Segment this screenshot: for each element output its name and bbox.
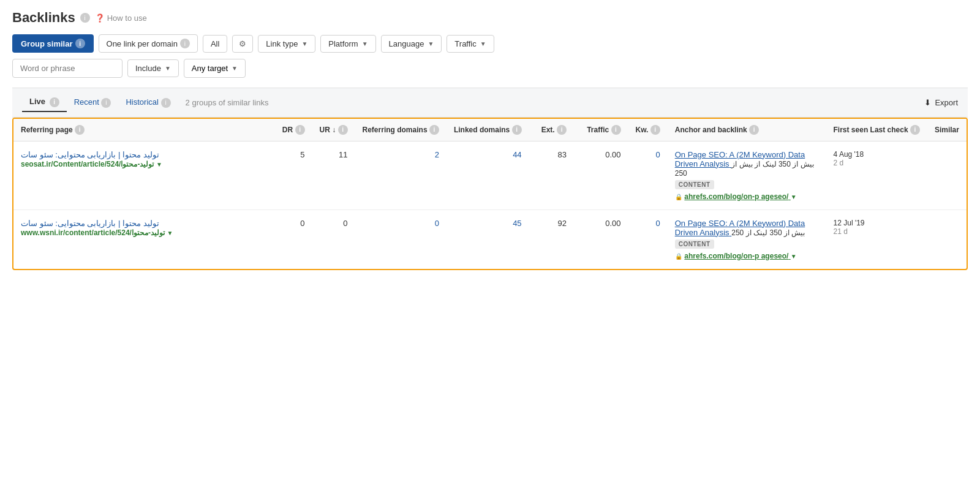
all-button[interactable]: All: [203, 35, 227, 53]
referring-domains-cell[interactable]: 0: [355, 209, 447, 269]
referring-page-info-icon[interactable]: i: [75, 125, 85, 135]
anchor-cell: On Page SEO: A (2M Keyword) Data Driven …: [668, 141, 826, 209]
ref-domains-info-icon[interactable]: i: [429, 125, 439, 135]
ur-info-icon[interactable]: i: [338, 125, 348, 135]
backlink-expand-icon[interactable]: ▼: [791, 194, 797, 200]
backlinks-table-container: Referring page i DR i UR ↓ i Referring d…: [12, 118, 968, 270]
chevron-down-icon: ▼: [232, 65, 238, 72]
page-title: Backlinks: [12, 10, 75, 26]
referring-page-url[interactable]: www.wsni.ir/content/article/524/تولید-مح…: [21, 228, 165, 237]
referring-domains-cell[interactable]: 2: [355, 141, 447, 209]
col-header-referring-page: Referring page i: [13, 119, 274, 141]
backlink-expand-icon[interactable]: ▼: [791, 253, 797, 260]
one-link-per-domain-button[interactable]: One link per domain i: [99, 34, 198, 53]
dr-cell: 0: [274, 209, 312, 269]
anchor-arabic1: بیش از 350 لینک از: [746, 228, 805, 237]
expand-arrow-icon[interactable]: ▼: [156, 161, 162, 168]
col-header-first-seen: First seen Last check i: [826, 119, 927, 141]
kw-info-icon[interactable]: i: [650, 125, 660, 135]
backlink-url-link[interactable]: ahrefs.com/blog/on-p ageseo/: [684, 192, 790, 201]
settings-button[interactable]: ⚙: [232, 35, 253, 53]
anchor-info-icon[interactable]: i: [749, 125, 759, 135]
kw-cell: 0: [628, 141, 668, 209]
first-seen-info-icon[interactable]: i: [910, 125, 920, 135]
col-header-ext: Ext. i: [529, 119, 574, 141]
referring-page-url[interactable]: seosat.ir/Content/article/524/تولید-محتو…: [21, 160, 154, 168]
download-icon: ⬇: [924, 98, 931, 107]
anchor-arabic1: بیش از 350 لینک از: [755, 160, 813, 168]
backlink-url-link[interactable]: ahrefs.com/blog/on-p ageseo/: [684, 252, 790, 260]
first-seen-date: 4 Aug '18: [834, 150, 920, 159]
word-or-phrase-input[interactable]: [12, 59, 123, 78]
link-type-dropdown[interactable]: Link type ▼: [258, 35, 315, 53]
first-seen-date: 12 Jul '19: [834, 219, 920, 227]
one-link-info-icon[interactable]: i: [180, 39, 190, 48]
linked-domains-info-icon[interactable]: i: [512, 125, 522, 135]
chevron-down-icon: ▼: [301, 40, 307, 47]
referring-page-cell: تولید محتوا | بازاریابی محتوایی: سئو سات…: [13, 141, 274, 209]
anchor-cell: On Page SEO: A (2M Keyword) Data Driven …: [668, 209, 826, 269]
col-header-dr: DR i: [274, 119, 312, 141]
traffic-cell: 0.00: [574, 141, 628, 209]
col-header-kw: Kw. i: [628, 119, 668, 141]
traffic-info-icon[interactable]: i: [611, 125, 621, 135]
any-target-dropdown[interactable]: Any target ▼: [184, 59, 246, 78]
language-dropdown[interactable]: Language ▼: [381, 35, 442, 53]
table-row: تولید محتوا | بازاریابی محتوایی: سئو سات…: [13, 209, 967, 269]
include-dropdown[interactable]: Include ▼: [127, 59, 179, 77]
group-similar-button[interactable]: Group similar i: [12, 34, 94, 53]
tab-live[interactable]: Live i: [22, 93, 67, 112]
first-seen-cell: 4 Aug '18 2 d: [826, 141, 927, 209]
expand-arrow-icon[interactable]: ▼: [167, 230, 173, 236]
first-seen-cell: 12 Jul '19 21 d: [826, 209, 927, 269]
question-icon: ❓: [95, 13, 105, 23]
similar-cell: [927, 209, 967, 269]
anchor-arabic2: 250: [731, 228, 744, 237]
col-header-traffic: Traffic i: [574, 119, 628, 141]
chevron-down-icon: ▼: [165, 65, 171, 72]
traffic-dropdown[interactable]: Traffic ▼: [447, 35, 494, 53]
kw-cell: 0: [628, 209, 668, 269]
tab-recent[interactable]: Recent i: [67, 94, 119, 111]
chevron-down-icon: ▼: [428, 40, 434, 47]
col-header-referring-domains: Referring domains i: [355, 119, 447, 141]
referring-page-title-link[interactable]: تولید محتوا | بازاریابی محتوایی: سئو سات: [21, 150, 159, 159]
backlinks-table: Referring page i DR i UR ↓ i Referring d…: [13, 119, 967, 269]
ur-cell: 0: [312, 209, 355, 269]
col-header-ur: UR ↓ i: [312, 119, 355, 141]
title-info-icon[interactable]: i: [80, 13, 90, 23]
ext-cell: 92: [529, 209, 574, 269]
chevron-down-icon: ▼: [480, 40, 486, 47]
linked-domains-cell[interactable]: 45: [447, 209, 529, 269]
last-check-date: 2 d: [834, 159, 920, 167]
table-row: تولید محتوا | بازاریابی محتوایی: سئو سات…: [13, 141, 967, 209]
col-header-similar: Similar: [927, 119, 967, 141]
content-badge: CONTENT: [675, 180, 714, 189]
recent-info-icon[interactable]: i: [101, 98, 111, 108]
dr-cell: 5: [274, 141, 312, 209]
content-badge: CONTENT: [675, 240, 714, 249]
dr-info-icon[interactable]: i: [295, 125, 305, 135]
similar-cell: [927, 141, 967, 209]
gear-icon: ⚙: [239, 39, 246, 48]
platform-dropdown[interactable]: Platform ▼: [320, 35, 375, 53]
ext-cell: 83: [529, 141, 574, 209]
export-button[interactable]: ⬇ Export: [924, 98, 958, 107]
group-similar-info-icon[interactable]: i: [75, 39, 85, 48]
traffic-cell: 0.00: [574, 209, 628, 269]
chevron-down-icon: ▼: [362, 40, 368, 47]
toolbar: Group similar i One link per domain i Al…: [12, 34, 968, 53]
historical-info-icon[interactable]: i: [161, 98, 171, 108]
referring-page-title-link[interactable]: تولید محتوا | بازاریابی محتوایی: سئو سات: [21, 219, 159, 228]
last-check-date: 21 d: [834, 227, 920, 236]
tab-historical[interactable]: Historical i: [118, 94, 178, 111]
linked-domains-cell[interactable]: 44: [447, 141, 529, 209]
col-header-anchor: Anchor and backlink i: [668, 119, 826, 141]
how-to-use-link[interactable]: ❓ How to use: [95, 13, 147, 23]
ext-info-icon[interactable]: i: [557, 125, 567, 135]
live-info-icon[interactable]: i: [50, 97, 59, 107]
filter-row: Include ▼ Any target ▼: [12, 59, 968, 78]
ur-cell: 11: [312, 141, 355, 209]
groups-info: 2 groups of similar links: [186, 98, 269, 107]
referring-page-cell: تولید محتوا | بازاریابی محتوایی: سئو سات…: [13, 209, 274, 269]
